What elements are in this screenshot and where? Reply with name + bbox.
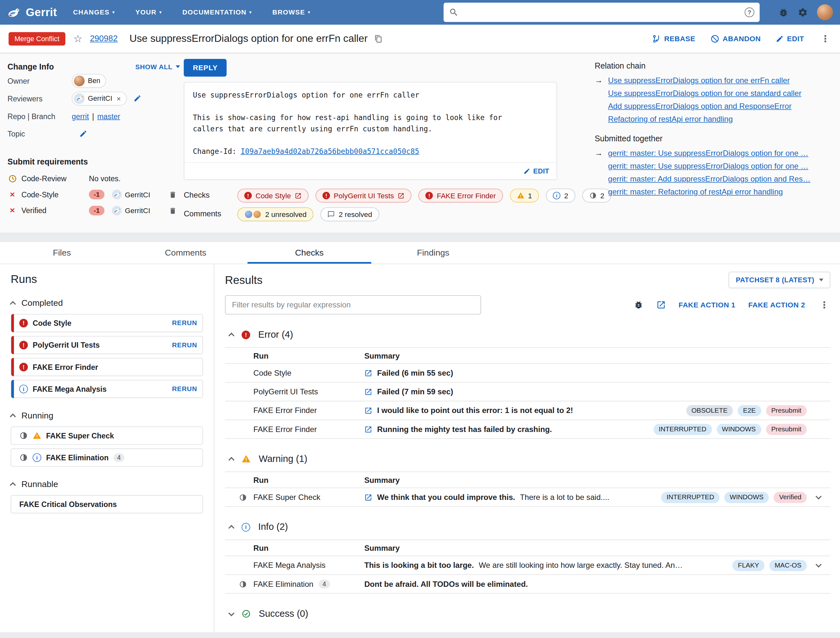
tab-findings[interactable]: Findings [371,242,495,264]
overflow-menu-icon[interactable]: ⋮ [819,33,831,44]
result-row[interactable]: FAKE Mega Analysis This is looking a bit… [225,556,831,575]
menu-documentation[interactable]: DOCUMENTATION ▾ [183,9,252,16]
relation-link[interactable]: Use suppressErrorDialogs option for one … [608,87,801,100]
star-icon[interactable]: ☆ [73,33,82,45]
voter-avatar [112,206,122,215]
submitted-link[interactable]: gerrit: master: Add suppressErrorDialogs… [608,172,810,185]
voter-account[interactable]: GerritCI [112,190,150,199]
run-card-super-check[interactable]: FAKE Super Check [11,426,203,445]
submitted-link[interactable]: gerrit: master: Refactoring of restApi e… [608,185,783,198]
external-link-icon[interactable] [364,388,373,396]
reply-button[interactable]: REPLY [184,59,227,77]
patchset-selector[interactable]: PATCHSET 8 (LATEST) [729,272,831,288]
search-input[interactable] [463,8,740,17]
running-heading: Running [22,411,54,421]
submitted-link[interactable]: gerrit: master: Use suppressErrorDialogs… [608,147,808,160]
results-panel: Results PATCHSET 8 (LATEST) FAKE ACTION … [214,264,840,633]
relation-link[interactable]: Refactoring of restApi error handling [608,113,733,126]
warning-count-chip[interactable]: 1 [510,189,539,202]
change-number-link[interactable]: 290982 [90,34,117,43]
run-card-critical-observations[interactable]: FAKE Critical Observations [11,495,203,513]
run-card-code-style[interactable]: Code Style RERUN [11,314,203,332]
results-filter-input[interactable] [225,295,481,314]
bug-report-icon[interactable] [634,300,643,310]
error-section-toggle[interactable]: Error (4) [229,329,831,340]
warning-section-toggle[interactable]: Warning (1) [229,453,831,464]
user-avatar[interactable] [817,4,833,20]
external-link-icon[interactable] [364,407,373,415]
copy-icon[interactable] [375,35,383,43]
runnable-section-toggle[interactable]: Runnable [11,480,203,489]
menu-changes[interactable]: CHANGES ▾ [73,9,115,16]
external-link-icon[interactable] [364,425,373,433]
repo-link[interactable]: gerrit [72,112,89,120]
info-count-chip[interactable]: 2 [546,189,575,202]
check-chip-polygerrit[interactable]: PolyGerrit UI Tests [316,189,411,202]
help-icon[interactable] [745,7,755,17]
edit-button[interactable]: EDIT [775,35,804,43]
running-section-toggle[interactable]: Running [11,411,203,421]
change-id-link[interactable]: I09a7aeb9a4d02ab726a56bebb00a571cca050c8… [241,147,419,155]
tab-comments[interactable]: Comments [124,242,248,264]
show-all-label: SHOW ALL [135,63,172,71]
unresolved-comments-chip[interactable]: 2 unresolved [237,207,313,221]
check-chip-code-style[interactable]: Code Style [237,189,308,202]
rebase-button[interactable]: REBASE [652,34,695,43]
edit-topic-icon[interactable] [79,130,87,138]
overflow-menu-icon[interactable]: ⋮ [818,299,831,311]
reviewer-chip[interactable]: GerritCI × [72,92,127,105]
rerun-button[interactable]: RERUN [172,385,197,393]
edit-reviewers-icon[interactable] [133,94,141,103]
voter-account[interactable]: GerritCI [112,206,150,215]
rerun-button[interactable]: RERUN [172,341,197,349]
bug-report-icon[interactable] [778,7,789,17]
owner-chip[interactable]: Ben [72,74,106,88]
show-all-button[interactable]: SHOW ALL [135,63,180,71]
menu-your[interactable]: YOUR ▾ [136,9,162,16]
result-row[interactable]: PolyGerrit UI Tests Failed (7 min 59 sec… [225,382,831,401]
settings-gear-icon[interactable] [798,7,808,17]
remove-reviewer-icon[interactable]: × [117,95,121,102]
rerun-button[interactable]: RERUN [172,319,197,327]
table-header-row: Run Summary [225,347,831,364]
result-row[interactable]: FAKE Super Check We think that you could… [225,488,831,507]
delete-vote-icon[interactable] [169,191,177,199]
edit-commit-message-button[interactable]: EDIT [185,162,557,179]
fake-action-2-button[interactable]: FAKE ACTION 2 [748,301,805,309]
expand-chevron-icon[interactable] [816,561,822,567]
tab-checks[interactable]: Checks [248,242,371,264]
result-row[interactable]: FAKE Error Finder Running the mighty tes… [225,420,831,439]
run-card-elimination[interactable]: FAKE Elimination 4 [11,448,203,467]
relation-link[interactable]: Use suppressErrorDialogs option for one … [608,74,790,87]
menu-browse[interactable]: BROWSE ▾ [272,9,311,16]
tab-files[interactable]: Files [0,242,124,264]
fake-action-1-button[interactable]: FAKE ACTION 1 [679,301,736,309]
unresolved-label: 2 unresolved [265,210,307,218]
expand-chevron-icon[interactable] [816,493,822,500]
chevron-down-icon [819,279,823,281]
external-link-icon[interactable] [364,369,373,377]
run-card-polygerrit[interactable]: PolyGerrit UI Tests RERUN [11,336,203,354]
change-actions: REBASE ABANDON EDIT ⋮ [652,33,832,44]
abandon-button[interactable]: ABANDON [710,34,761,43]
external-link-icon[interactable] [364,493,373,501]
completed-section-toggle[interactable]: Completed [11,298,203,308]
delete-vote-icon[interactable] [169,207,177,215]
relation-link[interactable]: Add suppressErrorDialogs option and Resp… [608,100,791,113]
search-bar[interactable] [444,3,759,22]
result-row[interactable]: FAKE Error Finder I would like to point … [225,401,831,420]
external-link-icon[interactable] [656,300,666,310]
submitted-link[interactable]: gerrit: master: Use suppressErrorDialogs… [608,160,808,172]
gerrit-home-link[interactable]: Gerrit [7,6,57,19]
success-section-toggle[interactable]: Success (0) [229,608,831,619]
tag: OBSOLETE [686,405,733,416]
change-info-column: Change Info SHOW ALL Owner Ben Reviewers [7,52,180,219]
branch-link[interactable]: master [97,112,120,120]
run-card-error-finder[interactable]: FAKE Error Finder [11,358,203,376]
check-chip-error-finder[interactable]: FAKE Error Finder [419,189,503,202]
info-section-toggle[interactable]: Info (2) [229,521,831,533]
result-row[interactable]: FAKE Elimination 4 Dont be afraid. All T… [225,575,831,594]
resolved-comments-chip[interactable]: 2 resolved [321,207,379,221]
run-card-mega-analysis[interactable]: FAKE Mega Analysis RERUN [11,380,203,398]
result-row[interactable]: Code Style Failed (6 min 55 sec) [225,364,831,382]
